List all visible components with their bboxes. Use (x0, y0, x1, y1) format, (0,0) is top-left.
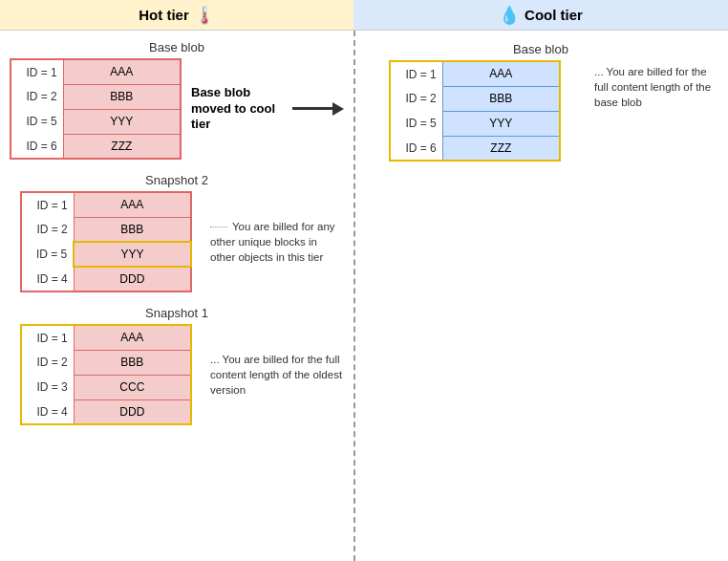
move-label: Base blob moved to cool tier (191, 85, 285, 134)
row-value: AAA (74, 192, 191, 217)
move-arrow-container: Base blob moved to cool tier (191, 85, 344, 134)
table-row: ID = 3 CCC (21, 375, 191, 399)
table-row: ID = 6 ZZZ (11, 134, 181, 159)
table-row: ID = 5 YYY (21, 242, 191, 267)
hot-tier-label: Hot tier (139, 7, 189, 23)
row-value: ZZZ (442, 136, 560, 161)
cool-base-annotation-text: ... You are billed for the full content … (594, 66, 711, 108)
row-value: YYY (74, 242, 191, 267)
table-row: ID = 2 BBB (11, 84, 181, 109)
snowflake-icon: 💧 (499, 5, 520, 26)
table-row: ID = 1 AAA (11, 59, 181, 84)
table-row: ID = 4 DDD (21, 399, 191, 424)
row-value: AAA (442, 61, 560, 86)
snapshot1-table: ID = 1 AAA ID = 2 BBB ID = 3 CCC ID = 4 … (20, 324, 192, 425)
table-row: ID = 1 AAA (21, 192, 191, 217)
row-id: ID = 2 (21, 350, 74, 375)
snapshot1-annotation-text: ... You are billed for the full content … (210, 354, 342, 396)
header: Hot tier 🌡️ 💧 Cool tier (0, 0, 728, 31)
snapshot2-annotation-text: You are billed for any other unique bloc… (210, 221, 335, 263)
arrow-head (332, 102, 344, 116)
snapshot2-annotation: You are billed for any other unique bloc… (210, 219, 344, 265)
cool-base-blob-table: ID = 1 AAA ID = 2 BBB ID = 5 YYY ID = 6 … (389, 60, 561, 162)
row-value: AAA (74, 325, 191, 350)
row-value: AAA (63, 59, 181, 84)
table-row: ID = 2 BBB (390, 86, 560, 111)
hot-base-blob-table: ID = 1 AAA ID = 2 BBB ID = 5 YYY ID = (10, 58, 182, 160)
arrow (292, 102, 344, 116)
snapshot1-group: Snapshot 1 ID = 1 AAA ID = 2 BBB ID = 3 … (10, 306, 344, 425)
row-id: ID = 1 (390, 61, 442, 86)
arrow-shaft (292, 107, 332, 110)
row-value: BBB (442, 86, 560, 111)
table-row: ID = 4 DDD (21, 267, 191, 291)
cool-panel: Base blob ID = 1 AAA ID = 2 BBB ID = 5 Y… (353, 31, 728, 561)
snapshot2-title: Snapshot 2 (10, 173, 344, 187)
row-value: DDD (74, 399, 191, 424)
row-id: ID = 2 (390, 86, 442, 111)
row-value: BBB (74, 217, 191, 242)
table-row: ID = 1 AAA (390, 61, 560, 86)
row-id: ID = 6 (11, 134, 63, 159)
main-content: Base blob ID = 1 AAA ID = 2 BBB ID = 5 (0, 31, 728, 561)
row-id: ID = 4 (21, 267, 74, 291)
hot-base-blob-title: Base blob (10, 40, 344, 54)
snapshot2-table: ID = 1 AAA ID = 2 BBB ID = 5 YYY ID = 4 … (20, 191, 192, 292)
row-id: ID = 2 (11, 84, 63, 109)
cool-base-blob-group: Base blob ID = 1 AAA ID = 2 BBB ID = 5 Y… (363, 42, 718, 162)
snapshot2-group: Snapshot 2 ID = 1 AAA ID = 2 BBB ID = 5 … (10, 173, 344, 292)
row-value: CCC (74, 375, 191, 399)
row-value: YYY (442, 111, 560, 136)
table-row: ID = 1 AAA (21, 325, 191, 350)
row-value: ZZZ (63, 134, 181, 159)
row-id: ID = 1 (21, 325, 74, 350)
hot-panel: Base blob ID = 1 AAA ID = 2 BBB ID = 5 (0, 31, 353, 561)
table-row: ID = 5 YYY (11, 109, 181, 134)
row-id: ID = 5 (390, 111, 442, 136)
row-id: ID = 6 (390, 136, 442, 161)
table-row: ID = 5 YYY (390, 111, 560, 136)
row-id: ID = 3 (21, 375, 74, 399)
row-id: ID = 2 (21, 217, 74, 242)
table-row: ID = 6 ZZZ (390, 136, 560, 161)
snapshot1-title: Snapshot 1 (10, 306, 344, 320)
row-value: DDD (74, 267, 191, 291)
hot-tier-header: Hot tier 🌡️ (0, 0, 353, 31)
table-row: ID = 2 BBB (21, 217, 191, 242)
row-id: ID = 5 (11, 109, 63, 134)
row-value: BBB (63, 84, 181, 109)
thermometer-icon: 🌡️ (194, 5, 215, 26)
cool-base-annotation: ... You are billed for the full content … (594, 64, 718, 110)
row-value: BBB (74, 350, 191, 375)
cool-base-blob-title: Base blob (363, 42, 718, 56)
row-id: ID = 4 (21, 399, 74, 424)
table-row: ID = 2 BBB (21, 350, 191, 375)
hot-base-blob-group: Base blob ID = 1 AAA ID = 2 BBB ID = 5 (10, 40, 344, 160)
cool-tier-header: 💧 Cool tier (353, 0, 728, 31)
cool-tier-label: Cool tier (525, 7, 583, 23)
snapshot1-annotation: ... You are billed for the full content … (210, 352, 344, 398)
row-id: ID = 1 (11, 59, 63, 84)
row-id: ID = 1 (21, 192, 74, 217)
tier-divider (353, 31, 355, 561)
row-id: ID = 5 (21, 242, 74, 267)
row-value: YYY (63, 109, 181, 134)
